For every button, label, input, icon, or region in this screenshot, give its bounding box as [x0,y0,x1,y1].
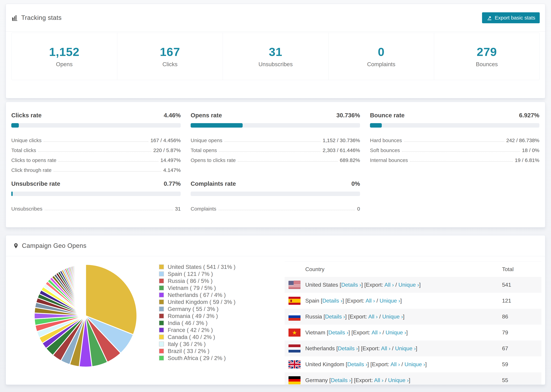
rate-row: Total clicks220 / 5.87% [11,143,181,153]
campaign-stats-page: { "page": { "accent": "#1b8ba4", "button… [0,0,551,392]
export-unique-link[interactable]: Unique › [388,377,409,383]
total-value: 86 [502,314,541,320]
details-link[interactable]: Details › [322,298,342,304]
rate-row-value: 19 / 6.81% [515,157,539,163]
rate-rows: Unique clicks167 / 4.456%Total clicks220… [11,133,181,173]
gb-flag-icon [289,360,300,368]
punctuation: [ [319,298,322,304]
geo-opens-header: Campaign Geo Opens [6,235,545,256]
stat-value: 279 [477,45,497,59]
legend-item: United Kingdom ( 59 / 3% ) [159,298,235,305]
legend-swatch [159,328,164,332]
rate-rows: Unique opens1,152 / 30.736%Total opens2,… [191,133,360,163]
progress-bar [191,123,360,128]
rate-row-value: 1,152 / 30.736% [323,138,360,143]
rate-block-complaints-rate: Complaints rate0%Complaints0 [191,180,360,212]
export-all-link[interactable]: All › [381,345,390,351]
rate-row-label: Unsubscribes [11,206,42,212]
export-unique-link[interactable]: Unique › [404,361,425,367]
punctuation [389,361,390,367]
rate-head: Unsubscribe rate0.77% [11,180,181,187]
details-link[interactable]: Details › [331,377,351,383]
stat-value: 0 [378,45,384,59]
country-cell: United States [Details ›] [Export: All ›… [305,282,502,288]
export-all-link[interactable]: All › [384,282,394,288]
legend-swatch [159,349,164,354]
tracking-stats-panel: Tracking stats Export basic stats 1,152O… [6,4,545,98]
panel-title: Tracking stats [21,14,62,21]
stat-value: 167 [160,45,180,59]
table-row-de: Germany [Details ›] [Export: All › / Uni… [285,372,541,385]
details-link[interactable]: Details › [328,329,348,336]
punctuation: ] [406,329,408,336]
legend-swatch [159,335,164,339]
total-value: 59 [502,361,541,368]
rate-block-unsubscribe-rate: Unsubscribe rate0.77%Unsubscribes31 [11,180,181,212]
rate-value: 6.927% [519,112,539,119]
details-link[interactable]: Details › [325,314,345,320]
export-unique-link[interactable]: Unique › [380,298,400,304]
export-label: Export: [372,361,389,367]
rate-title: Opens rate [191,112,222,119]
rate-row-label: Total opens [191,147,217,154]
rate-row-value: 167 / 4.456% [150,138,181,143]
legend-swatch [159,286,164,290]
export-unique-link[interactable]: Unique › [382,314,403,320]
export-label: Export: [347,298,364,304]
progress-bar [370,123,539,128]
dotted-leader [238,161,338,162]
rate-block-opens-rate: Opens rate30.736%Unique opens1,152 / 30.… [191,112,360,173]
total-value: 55 [502,377,541,384]
country-name: Vietnam [305,329,325,336]
rate-row: Click through rate4.147% [11,163,181,173]
geo-opens-pie-chart [33,263,139,369]
details-link[interactable]: Details › [341,282,361,288]
export-basic-stats-button[interactable]: Export basic stats [482,12,540,23]
legend-label: Spain ( 121 / 7% ) [168,271,213,277]
rate-row: Clicks to opens rate14.497% [11,153,181,163]
legend-label: Canada ( 40 / 2% ) [168,334,215,340]
legend-item: Italy ( 36 / 2% ) [159,341,235,348]
legend-label: Brazil ( 33 / 2% ) [168,348,209,354]
rate-row-label: Internal bounces [370,157,408,163]
rate-value: 0% [351,180,360,187]
punctuation: [ [338,282,341,288]
rate-row-label: Total clicks [11,147,36,154]
rate-rows: Complaints0 [191,202,360,212]
export-unique-link[interactable]: Unique › [386,329,406,336]
export-all-link[interactable]: All › [366,298,375,304]
export-unique-link[interactable]: Unique › [395,345,416,351]
punctuation: ] [ [342,298,347,304]
details-link[interactable]: Details › [338,345,358,351]
rate-row: Opens to clicks rate689.82% [191,153,360,163]
rate-row: Unique clicks167 / 4.456% [11,133,181,143]
stat-label: Clicks [162,61,177,68]
legend-label: United States ( 541 / 31% ) [168,264,235,270]
map-pin-icon [13,242,19,249]
export-all-link[interactable]: All › [368,314,378,320]
progress-bar-fill [370,123,382,128]
export-all-link[interactable]: All › [374,377,383,383]
dotted-leader [44,210,173,210]
rate-block-bounce-rate: Bounce rate6.927%Hard bounces242 / 86.73… [370,112,539,173]
punctuation: ] [ [348,329,353,336]
progress-bar [11,192,181,196]
stat-cell-unsubscribes: 31Unsubscribes [223,33,328,80]
rate-row-value: 31 [175,206,181,212]
details-link[interactable]: Details › [347,361,367,367]
export-unique-link[interactable]: Unique › [398,282,419,288]
dotted-leader [402,151,520,152]
export-all-link[interactable]: All › [390,361,400,367]
legend-label: Netherlands ( 67 / 4% ) [168,292,226,298]
export-all-link[interactable]: All › [372,329,381,336]
country-name: Russia [305,314,322,320]
geo-content: United States ( 541 / 31% )Spain ( 121 /… [6,256,545,385]
total-value: 67 [502,345,541,352]
rate-block-clicks-rate: Clicks rate4.46%Unique clicks167 / 4.456… [11,112,181,173]
legend-label: Romania ( 49 / 3% ) [168,313,218,319]
dotted-leader [58,161,158,162]
legend-item: South Africa ( 29 / 2% ) [159,355,235,362]
total-value: 121 [502,298,541,304]
dotted-leader [410,161,513,162]
rate-head: Clicks rate4.46% [11,112,181,119]
